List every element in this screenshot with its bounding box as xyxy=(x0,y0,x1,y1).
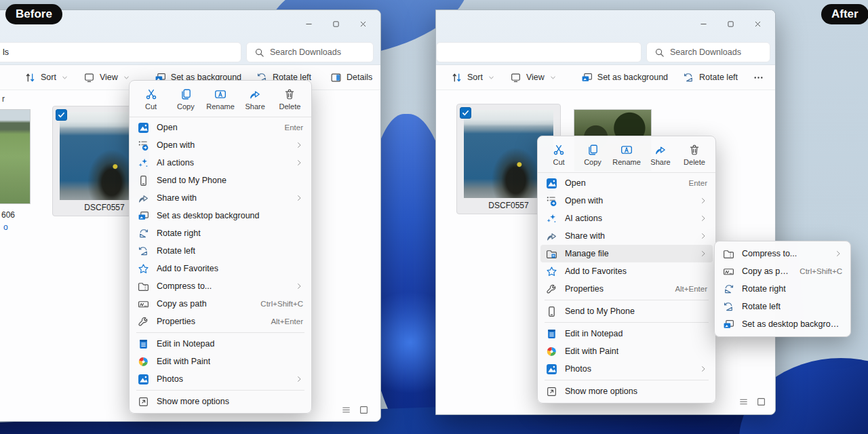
after-badge: After xyxy=(821,4,868,24)
maximize-button[interactable] xyxy=(322,15,349,33)
menu-item-label: Rotate right xyxy=(742,284,786,294)
menu-item-label: Open with xyxy=(157,140,195,150)
minimize-button[interactable] xyxy=(295,15,322,33)
minimize-button[interactable] xyxy=(690,15,717,33)
menu-item-edit-in-notepad[interactable]: Edit in Notepad xyxy=(132,335,309,353)
quick-action-rename[interactable]: Rename xyxy=(610,140,644,170)
menu-item-copy-as-path[interactable]: Copy as pathCtrl+Shift+C xyxy=(132,295,309,313)
menu-separator xyxy=(136,390,304,391)
quick-action-cut[interactable]: Cut xyxy=(134,84,168,114)
toolbar-button-rotate-left[interactable]: Rotate left xyxy=(677,68,743,87)
menu-item-label: Copy as path xyxy=(157,299,207,309)
selection-checkbox[interactable] xyxy=(460,107,471,119)
menu-item-properties[interactable]: PropertiesAlt+Enter xyxy=(540,280,713,298)
menu-item-rotate-left[interactable]: Rotate left xyxy=(132,242,309,260)
menu-item-properties[interactable]: PropertiesAlt+Enter xyxy=(132,313,309,330)
compress-icon xyxy=(138,281,149,292)
quick-action-rename[interactable]: Rename xyxy=(203,84,237,114)
menu-item-send-to-my-phone[interactable]: Send to My Phone xyxy=(540,302,713,320)
quick-actions-row: CutCopyRenameShareDelete xyxy=(130,83,311,117)
menu-item-label: Edit with Paint xyxy=(565,347,618,356)
selection-checkbox[interactable] xyxy=(56,109,67,121)
menu-item-label: Compress to... xyxy=(742,249,797,258)
quick-action-label: Rename xyxy=(612,158,641,166)
menu-item-show-more-options[interactable]: Show more options xyxy=(540,382,713,400)
menu-item-share-with[interactable]: Share with xyxy=(540,227,713,245)
toolbar-button-set-as-background[interactable]: Set as background xyxy=(576,68,673,87)
menu-item-label: Edit in Notepad xyxy=(157,339,214,349)
menu-item-add-to-favorites[interactable]: Add to Favorites xyxy=(132,260,309,277)
menu-item-show-more-options[interactable]: Show more options xyxy=(132,393,309,410)
notepad-icon xyxy=(138,338,149,350)
close-icon xyxy=(753,20,762,28)
sort-icon xyxy=(451,72,462,83)
quick-action-copy[interactable]: Copy xyxy=(168,84,203,114)
menu-item-open-with[interactable]: Open with xyxy=(540,192,713,210)
menu-item-set-as-desktop-background[interactable]: Set as desktop background xyxy=(717,315,848,333)
photos-app-icon xyxy=(138,122,149,134)
photos-app-icon xyxy=(138,374,149,385)
menu-item-open[interactable]: OpenEnter xyxy=(540,174,713,192)
list-view-icon[interactable] xyxy=(341,405,351,415)
menu-item-send-to-my-phone[interactable]: Send to My Phone xyxy=(132,172,309,189)
search-box[interactable] xyxy=(246,42,374,62)
toolbar-button-trash-icon[interactable] xyxy=(0,68,5,87)
grid-view-icon[interactable] xyxy=(359,405,369,415)
list-view-icon[interactable] xyxy=(738,397,749,407)
desktop-background-icon xyxy=(138,210,149,222)
menu-item-set-as-desktop-background[interactable]: Set as desktop background xyxy=(132,207,309,224)
menu-item-ai-actions[interactable]: AI actions xyxy=(540,210,713,227)
close-button[interactable] xyxy=(349,15,376,33)
rotate-right-icon xyxy=(138,228,149,239)
search-input[interactable] xyxy=(670,47,770,57)
menu-item-edit-with-paint[interactable]: Edit with Paint xyxy=(132,353,309,370)
menu-item-photos[interactable]: Photos xyxy=(132,370,309,388)
copy-icon xyxy=(587,144,599,156)
maximize-button[interactable] xyxy=(717,15,744,33)
toolbar-button-sort[interactable]: Sort xyxy=(446,68,500,87)
toolbar-button-label: Sort xyxy=(41,73,56,82)
quick-action-share[interactable]: Share xyxy=(238,84,273,114)
quick-action-cut[interactable]: Cut xyxy=(542,140,576,170)
menu-item-manage-file[interactable]: Manage file xyxy=(540,245,713,262)
show-more-icon xyxy=(138,396,149,408)
context-menu-before: CutCopyRenameShareDelete OpenEnterOpen w… xyxy=(129,80,312,414)
address-bar[interactable]: ls xyxy=(0,42,241,62)
chevron-right-icon xyxy=(699,365,707,373)
menu-item-edit-in-notepad[interactable]: Edit in Notepad xyxy=(540,325,713,342)
chevron-right-icon xyxy=(295,141,303,149)
menu-item-share-with[interactable]: Share with xyxy=(132,189,309,207)
file-thumbnail-partial[interactable] xyxy=(0,109,31,204)
menu-item-rotate-right[interactable]: Rotate right xyxy=(717,280,848,298)
close-button[interactable] xyxy=(744,15,771,33)
menu-item-copy-as-path[interactable]: Copy as pathCtrl+Shift+C xyxy=(717,262,848,280)
menu-item-add-to-favorites[interactable]: Add to Favorites xyxy=(540,262,713,280)
photos-app-icon xyxy=(546,363,557,375)
menu-item-label: Add to Favorites xyxy=(157,264,218,273)
menu-item-photos[interactable]: Photos xyxy=(540,360,713,378)
manage-file-submenu: Compress to...Copy as pathCtrl+Shift+CRo… xyxy=(714,241,851,337)
quick-action-delete[interactable]: Delete xyxy=(273,84,307,114)
search-input[interactable] xyxy=(270,47,373,57)
address-bar[interactable] xyxy=(436,42,642,62)
menu-item-open-with[interactable]: Open with xyxy=(132,136,309,154)
menu-item-open[interactable]: OpenEnter xyxy=(132,119,309,136)
menu-item-rotate-right[interactable]: Rotate right xyxy=(132,224,309,242)
toolbar-button-view[interactable]: View xyxy=(505,68,562,87)
toolbar-button-view[interactable]: View xyxy=(78,68,136,87)
grid-view-icon[interactable] xyxy=(756,397,766,407)
quick-action-copy[interactable]: Copy xyxy=(576,140,610,170)
quick-action-delete[interactable]: Delete xyxy=(677,140,711,170)
quick-action-share[interactable]: Share xyxy=(644,140,677,170)
menu-item-compress-to[interactable]: Compress to... xyxy=(717,245,848,262)
toolbar-button-sort[interactable]: Sort xyxy=(19,68,74,87)
menu-item-rotate-left[interactable]: Rotate left xyxy=(717,298,848,315)
search-box[interactable] xyxy=(646,42,770,62)
menu-item-edit-with-paint[interactable]: Edit with Paint xyxy=(540,342,713,360)
quick-action-label: Delete xyxy=(684,158,705,166)
toolbar-button-more-dots-icon[interactable] xyxy=(747,68,770,87)
menu-item-ai-actions[interactable]: AI actions xyxy=(132,154,309,172)
menu-item-compress-to[interactable]: Compress to... xyxy=(132,277,309,295)
scissors-icon xyxy=(553,144,565,156)
toolbar-button-details[interactable]: Details xyxy=(325,68,378,87)
